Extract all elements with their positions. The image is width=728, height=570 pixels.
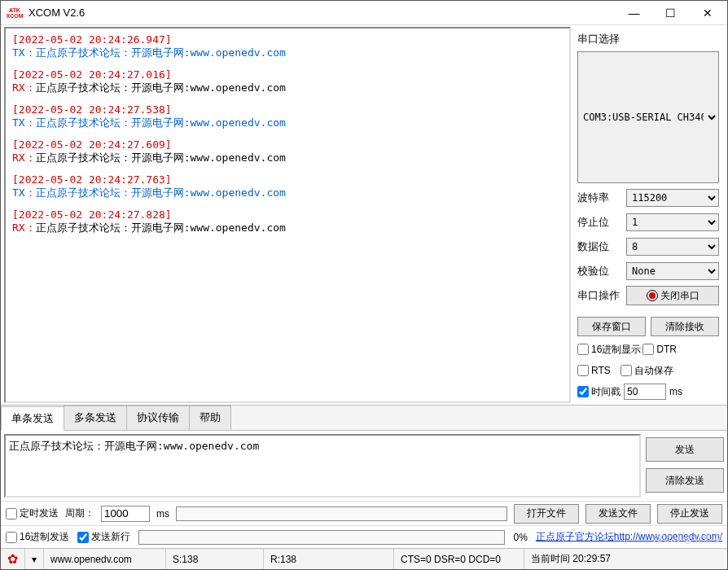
status-site: www.openedv.com bbox=[44, 549, 166, 569]
app-logo-icon: ATKXCOM bbox=[6, 4, 24, 22]
close-button[interactable]: ✕ bbox=[689, 2, 726, 24]
stop-send-button[interactable]: 停止发送 bbox=[657, 504, 722, 524]
send-progress bbox=[138, 530, 505, 545]
send-file-button[interactable]: 发送文件 bbox=[585, 504, 651, 524]
timed-send-checkbox[interactable]: 定时发送 bbox=[6, 506, 59, 522]
port-select[interactable]: COM3:USB-SERIAL CH340 bbox=[577, 51, 719, 183]
maximize-button[interactable]: ☐ bbox=[652, 2, 689, 24]
stopbits-select[interactable]: 1 bbox=[626, 213, 719, 231]
data-label: 数据位 bbox=[577, 239, 623, 254]
timestamp-interval-input[interactable] bbox=[624, 384, 666, 400]
clear-recv-button[interactable]: 清除接收 bbox=[651, 317, 719, 336]
tab-protocol[interactable]: 协议传输 bbox=[126, 406, 190, 430]
parity-label: 校验位 bbox=[577, 264, 623, 278]
status-time: 当前时间 20:29:57 bbox=[524, 549, 727, 569]
period-label: 周期： bbox=[65, 506, 94, 520]
titlebar: ATKXCOM XCOM V2.6 — ☐ ✕ bbox=[1, 1, 727, 25]
autosave-checkbox[interactable]: 自动保存 bbox=[621, 362, 673, 379]
tab-single-send[interactable]: 单条发送 bbox=[1, 406, 64, 431]
status-recv: R:138 bbox=[264, 549, 394, 569]
timestamp-checkbox[interactable]: 时间戳 bbox=[577, 384, 621, 400]
status-dropdown-icon[interactable]: ▾ bbox=[25, 549, 44, 569]
dtr-checkbox[interactable]: DTR bbox=[642, 341, 677, 357]
record-icon bbox=[647, 290, 658, 301]
period-input[interactable] bbox=[101, 506, 150, 522]
rts-checkbox[interactable]: RTS bbox=[577, 362, 611, 379]
stop-label: 停止位 bbox=[577, 215, 623, 230]
tab-help[interactable]: 帮助 bbox=[189, 406, 231, 430]
period-unit: ms bbox=[156, 508, 169, 520]
statusbar: ✿ ▾ www.openedv.com S:138 R:138 CTS=0 DS… bbox=[1, 548, 727, 569]
send-newline-checkbox[interactable]: 发送新行 bbox=[77, 529, 130, 546]
settings-gear-icon[interactable]: ✿ bbox=[1, 549, 25, 569]
parity-select[interactable]: None bbox=[626, 262, 719, 280]
op-label: 串口操作 bbox=[577, 288, 623, 303]
baud-label: 波特率 bbox=[577, 191, 623, 205]
status-sent: S:138 bbox=[166, 549, 264, 569]
baud-select[interactable]: 115200 bbox=[626, 189, 719, 207]
close-port-button[interactable]: 关闭串口 bbox=[626, 286, 719, 305]
progress-percent: 0% bbox=[513, 532, 527, 543]
status-lines: CTS=0 DSR=0 DCD=0 bbox=[394, 549, 524, 569]
send-tabs: 单条发送 多条发送 协议传输 帮助 bbox=[1, 406, 727, 431]
send-textarea[interactable] bbox=[4, 434, 641, 498]
tab-multi-send[interactable]: 多条发送 bbox=[64, 406, 127, 430]
hex-send-checkbox[interactable]: 16进制发送 bbox=[6, 529, 69, 546]
open-file-button[interactable]: 打开文件 bbox=[514, 504, 579, 524]
clear-send-button[interactable]: 清除发送 bbox=[646, 468, 724, 493]
port-select-label: 串口选择 bbox=[577, 32, 719, 46]
file-path-display bbox=[176, 506, 507, 521]
send-button[interactable]: 发送 bbox=[646, 437, 724, 462]
sidebar: 串口选择 COM3:USB-SERIAL CH340 波特率 115200 停止… bbox=[571, 25, 727, 405]
minimize-button[interactable]: — bbox=[616, 2, 652, 24]
log-output[interactable]: [2022-05-02 20:24:26.947]TX：正点原子技术论坛：开源电… bbox=[4, 27, 571, 403]
hex-display-checkbox[interactable]: 16进制显示 bbox=[577, 341, 641, 357]
save-window-button[interactable]: 保存窗口 bbox=[577, 317, 646, 336]
ms-unit: ms bbox=[669, 386, 682, 397]
databits-select[interactable]: 8 bbox=[626, 238, 719, 256]
forum-link[interactable]: 正点原子官方论坛http://www.openedv.com/ bbox=[536, 530, 722, 544]
window-title: XCOM V2.6 bbox=[29, 7, 616, 19]
